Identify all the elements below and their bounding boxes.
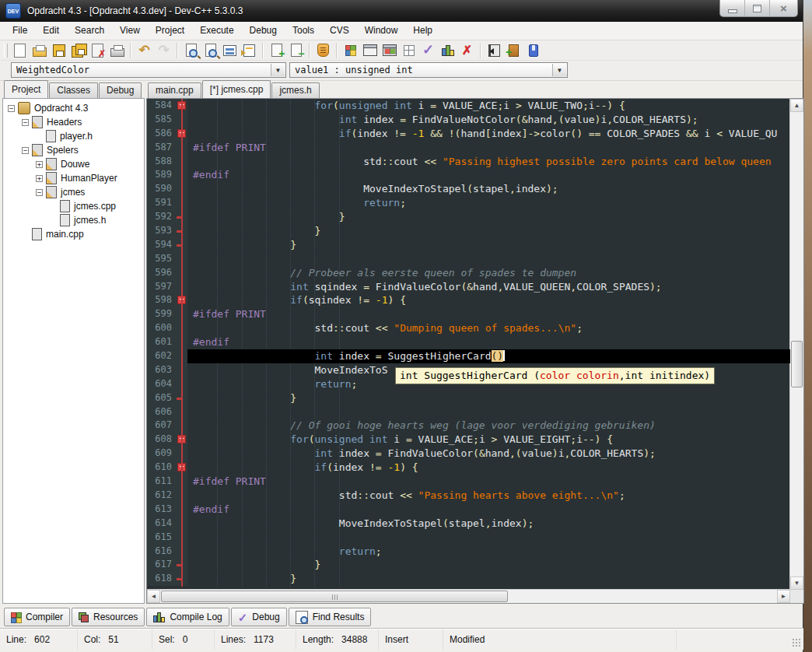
line-number[interactable]: 608 <box>147 433 177 447</box>
expand-icon[interactable]: + <box>36 175 43 182</box>
code-line[interactable]: 596 // Probeer als eerste queen of spade… <box>147 266 790 280</box>
code-line[interactable]: 617 } <box>147 558 790 572</box>
scroll-right-icon[interactable]: ► <box>777 590 790 603</box>
report-tab-debug[interactable]: ✓Debug <box>231 608 287 626</box>
line-number[interactable]: 585 <box>147 113 177 127</box>
print-button[interactable] <box>107 41 127 59</box>
line-number[interactable]: 596 <box>147 266 177 280</box>
goto-function-button[interactable] <box>240 41 259 59</box>
tree-item-main.cpp[interactable]: main.cpp <box>3 227 144 241</box>
code-line[interactable]: 606 <box>147 405 790 419</box>
report-tab-compile-log[interactable]: Compile Log <box>146 608 229 626</box>
scroll-up-icon[interactable]: ▲ <box>790 99 803 112</box>
code-line[interactable]: 610− if(index != -1) { <box>147 461 790 475</box>
menu-item-file[interactable]: File <box>5 22 35 40</box>
code-line[interactable]: 613#endif <box>147 503 790 517</box>
menu-item-debug[interactable]: Debug <box>242 22 285 40</box>
line-number[interactable]: 590 <box>147 182 177 196</box>
goto-line-button[interactable] <box>220 41 240 59</box>
line-number[interactable]: 587 <box>147 141 177 155</box>
code-line[interactable]: 589#endif <box>147 168 790 182</box>
scroll-left-icon[interactable]: ◄ <box>147 590 160 603</box>
menu-item-edit[interactable]: Edit <box>35 22 67 40</box>
undo-button[interactable]: ↶ <box>135 41 154 59</box>
line-number[interactable]: 604 <box>147 377 177 391</box>
code-line[interactable]: 600 std::cout << "Dumping queen of spade… <box>147 321 790 335</box>
code-line[interactable]: 602 int index = SuggestHigherCard() <box>147 349 790 363</box>
code-line[interactable]: 585 int index = FindValueNotColor(&hand,… <box>147 113 790 127</box>
line-number[interactable]: 605 <box>147 391 177 405</box>
menu-item-tools[interactable]: Tools <box>285 22 322 40</box>
code-line[interactable]: 612 std::cout << "Passing hearts above e… <box>147 489 790 503</box>
tree-item-headers[interactable]: −Headers <box>3 115 144 129</box>
tab-classes[interactable]: Classes <box>49 82 98 98</box>
rebuild-button[interactable] <box>399 41 418 59</box>
resize-grip[interactable] <box>792 638 802 648</box>
line-number[interactable]: 589 <box>147 168 177 182</box>
code-line[interactable]: 598− if(sqindex != -1) { <box>147 293 790 307</box>
line-number[interactable]: 606 <box>147 405 177 419</box>
save-all-button[interactable] <box>68 41 88 59</box>
tree-item-humanplayer[interactable]: +HumanPlayer <box>3 171 144 185</box>
code-line[interactable]: 618 } <box>147 572 790 586</box>
add-file-button[interactable]: + <box>267 41 286 59</box>
line-number[interactable]: 593 <box>147 224 177 238</box>
profile-button[interactable] <box>438 41 457 59</box>
collapse-icon[interactable]: − <box>22 119 29 126</box>
editor-tab-main.cpp[interactable]: main.cpp <box>148 82 201 98</box>
scroll-down-icon[interactable]: ▼ <box>790 577 803 590</box>
compile-run-button[interactable] <box>380 41 399 59</box>
editor-tab-jcmes.h[interactable]: jcmes.h <box>271 82 319 98</box>
vertical-scrollbar-thumb[interactable] <box>791 341 803 387</box>
line-number[interactable]: 597 <box>147 280 177 294</box>
line-number[interactable]: 610 <box>147 461 177 475</box>
menu-item-execute[interactable]: Execute <box>192 22 241 40</box>
collapse-icon[interactable]: − <box>22 147 29 154</box>
menu-item-help[interactable]: Help <box>405 22 440 40</box>
line-number[interactable]: 615 <box>147 531 177 545</box>
vertical-scrollbar[interactable]: ▲ ▼ <box>789 99 803 590</box>
tree-item-jcmes.h[interactable]: jcmes.h <box>3 213 144 227</box>
code-line[interactable]: 590 MoveIndexToStapel(stapel,index); <box>147 182 790 196</box>
line-number[interactable]: 612 <box>147 489 177 503</box>
code-line[interactable]: 593 } <box>147 224 790 238</box>
line-number[interactable]: 595 <box>147 252 177 266</box>
tree-item-opdracht-4.3[interactable]: −Opdracht 4.3 <box>3 101 144 115</box>
tree-item-douwe[interactable]: +Douwe <box>3 157 144 171</box>
line-number[interactable]: 611 <box>147 475 177 489</box>
report-tab-find-results[interactable]: Find Results <box>289 608 372 626</box>
menu-item-view[interactable]: View <box>112 22 148 40</box>
chevron-down-icon[interactable]: ▼ <box>552 64 566 76</box>
line-number[interactable]: 584 <box>147 99 177 113</box>
code-line[interactable]: 601#endif <box>147 335 790 349</box>
line-number[interactable]: 618 <box>147 572 177 586</box>
line-number[interactable]: 600 <box>147 321 177 335</box>
line-number[interactable]: 588 <box>147 155 177 169</box>
code-line[interactable]: 592 } <box>147 210 790 224</box>
new-file-button[interactable] <box>10 41 30 59</box>
line-number[interactable]: 607 <box>147 419 177 433</box>
line-number[interactable]: 616 <box>147 545 177 559</box>
insert-button[interactable] <box>485 41 504 59</box>
line-number[interactable]: 599 <box>147 307 177 321</box>
line-number[interactable]: 617 <box>147 558 177 572</box>
abort-button[interactable]: ✗ <box>457 41 477 59</box>
line-number[interactable]: 603 <box>147 363 177 377</box>
code-line[interactable]: 599#ifdef PRINT <box>147 307 790 321</box>
code-line[interactable]: 591 return; <box>147 196 790 210</box>
line-number[interactable]: 586 <box>147 127 177 141</box>
line-number[interactable]: 613 <box>147 503 177 517</box>
code-area[interactable]: 584− for(unsigned int i = VALUE_ACE;i > … <box>147 99 790 590</box>
code-line[interactable]: 607 // Of gooi hoge hearts weg (lage voo… <box>147 419 790 433</box>
tree-item-jcmes.cpp[interactable]: jcmes.cpp <box>3 199 144 213</box>
line-number[interactable]: 602 <box>147 349 177 363</box>
class-combobox[interactable]: WeightedColor ▼ <box>11 62 286 78</box>
code-line[interactable]: 588 std::cout << "Passing highest possib… <box>147 155 790 169</box>
code-line[interactable]: 609 int index = FindValueColor(&hand,(va… <box>147 447 790 461</box>
report-tab-resources[interactable]: Resources <box>72 608 145 626</box>
title-bar[interactable]: DEV Opdracht 4.3 - [Opdracht 4.3.dev] - … <box>0 0 803 22</box>
replace-button[interactable] <box>201 41 220 59</box>
find-button[interactable] <box>181 41 201 59</box>
line-number[interactable]: 592 <box>147 210 177 224</box>
minimize-button[interactable] <box>720 0 744 16</box>
